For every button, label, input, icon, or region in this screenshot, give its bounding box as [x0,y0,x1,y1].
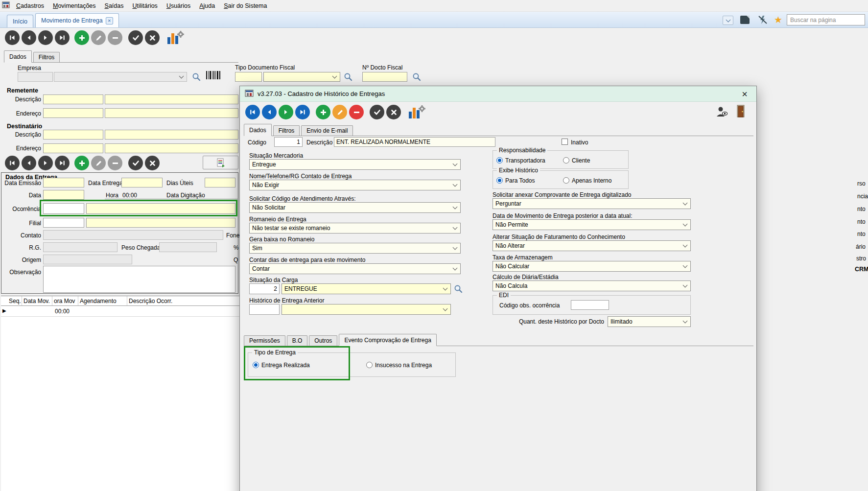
radio-apenas-interno[interactable] [563,177,569,184]
nav-last-button[interactable] [55,30,70,45]
inativo-checkbox[interactable] [562,139,568,145]
menu-utilitarios[interactable]: Utilitários [128,1,162,11]
menu-cadastros[interactable]: Cadastros [12,1,48,11]
radio-cliente[interactable] [563,157,569,164]
exit-door-icon[interactable] [736,105,746,120]
radio-entrega-realizada[interactable] [253,362,259,368]
subtab-bo[interactable]: B.O [287,335,308,346]
dlg-tab-dados[interactable]: Dados [244,124,272,136]
empresa-search-icon[interactable] [192,72,201,81]
cancel-button[interactable] [145,30,160,45]
dlg-cancel-button[interactable] [386,105,401,119]
data-entrega-input[interactable] [121,178,163,187]
dlg-nav-next-button[interactable] [279,105,293,119]
alterar-situacao-select[interactable]: Não Alterar [493,240,691,251]
entrega-cancel-button[interactable] [145,156,160,170]
nav-prev-button[interactable] [22,30,36,45]
menu-usuarios[interactable]: Usuários [162,1,195,11]
codigo-atendimento-select[interactable]: Não Solicitar [249,202,461,213]
flag-icon[interactable] [739,15,751,27]
subtab-evento-comprovacao[interactable]: Evento Comprovação de Entrega [339,334,436,346]
dlg-chart-button[interactable] [408,105,425,121]
romaneio-select[interactable]: Não testar se existe romaneio [249,223,461,234]
menu-ajuda[interactable]: Ajuda [195,1,219,11]
calculo-diaria-select[interactable]: Não Calcula [493,281,691,291]
situacao-mercadoria-select[interactable]: Entregue [249,159,461,170]
barcode-icon[interactable] [206,70,221,83]
situacao-carga-select[interactable]: ENTREGUE [282,283,451,294]
dlg-tab-envio-email[interactable]: Envio de E-mail [301,125,353,136]
entrega-nav-next-button[interactable] [38,156,53,170]
edit-button[interactable] [91,30,106,45]
gera-baixa-select[interactable]: Sim [249,243,461,254]
chart-button[interactable] [166,30,184,47]
comprovante-select[interactable]: Perguntar [493,198,691,209]
entrega-confirm-button[interactable] [128,156,143,170]
ocorrencia-code-input[interactable] [43,203,84,214]
tab-inicio[interactable]: Início [7,15,33,27]
radio-para-todos[interactable] [496,177,503,184]
favorite-star-icon[interactable]: ★ [774,15,782,24]
historico-anterior-code-input[interactable] [249,304,280,315]
peso-chegada-input[interactable] [159,242,217,252]
subtab-permissoes[interactable]: Permissões [244,335,285,346]
ocorrencia-desc-input[interactable] [86,203,235,214]
tipo-doc-code-input[interactable] [235,72,262,82]
empresa-select[interactable] [54,72,187,82]
num-doc-input[interactable] [362,72,407,82]
nav-next-button[interactable] [38,30,53,45]
user-view-icon[interactable] [716,106,728,120]
data-input[interactable] [43,190,84,200]
descricao-input[interactable]: ENT. REALIZADA NORMALMENTE [334,137,495,147]
tipo-doc-select[interactable] [263,72,340,82]
add-button[interactable] [74,30,89,45]
remetente-descricao-code-input[interactable] [43,94,103,104]
tab-close-icon[interactable]: × [106,17,113,24]
confirm-button[interactable] [128,30,143,45]
dlg-nav-last-button[interactable] [295,105,310,119]
empresa-code-input[interactable] [18,72,53,82]
menu-sair-do-sistema[interactable]: Sair do Sistema [219,1,271,11]
filial-desc-input[interactable] [86,218,235,228]
taxa-armazenagem-select[interactable]: Não Calcular [493,261,691,272]
contato-input[interactable] [43,230,223,240]
origem-input[interactable] [43,255,132,264]
entrega-nav-prev-button[interactable] [22,156,36,170]
filial-code-input[interactable] [43,218,84,228]
entrega-delete-button[interactable] [108,156,122,170]
page-search-input[interactable] [787,14,865,25]
report-button[interactable] [203,156,238,169]
tipo-doc-search-icon[interactable] [344,72,352,81]
situacao-carga-search-icon[interactable] [454,284,463,293]
chevron-down-icon[interactable] [723,16,733,25]
destinatario-endereco-code-input[interactable] [43,143,103,153]
dlg-delete-button[interactable] [349,105,364,119]
delete-button[interactable] [108,30,122,45]
remetente-endereco-code-input[interactable] [43,108,103,118]
destinatario-endereco-input[interactable] [105,143,238,153]
dlg-tab-filtros[interactable]: Filtros [273,125,300,136]
destinatario-descricao-code-input[interactable] [43,130,103,140]
remetente-endereco-input[interactable] [105,108,238,118]
observacao-textarea[interactable] [43,266,235,293]
dlg-confirm-button[interactable] [370,105,384,119]
tab-movimento-de-entrega[interactable]: Movimento de Entrega × [35,13,119,27]
entrega-nav-first-button[interactable] [5,156,20,170]
quant-select[interactable]: Ilimitado [608,316,691,327]
menu-movimentacoes[interactable]: Movimentações [48,1,100,11]
tab-filtros[interactable]: Filtros [33,52,60,62]
data-posterior-select[interactable]: Não Permite [493,219,691,230]
dlg-edit-button[interactable] [332,105,347,119]
entrega-nav-last-button[interactable] [55,156,70,170]
rg-input[interactable] [43,242,117,252]
radio-transportadora[interactable] [496,157,503,164]
dlg-add-button[interactable] [316,105,330,119]
entrega-add-button[interactable] [74,156,89,170]
contato-entrega-select[interactable]: Não Exigir [249,180,461,190]
menu-saidas[interactable]: Saídas [100,1,128,11]
situacao-carga-code-input[interactable]: 2 [249,283,280,294]
subtab-outros[interactable]: Outros [309,335,337,346]
dlg-nav-prev-button[interactable] [262,105,277,119]
num-doc-search-icon[interactable] [412,72,421,81]
tab-dados[interactable]: Dados [4,50,32,63]
